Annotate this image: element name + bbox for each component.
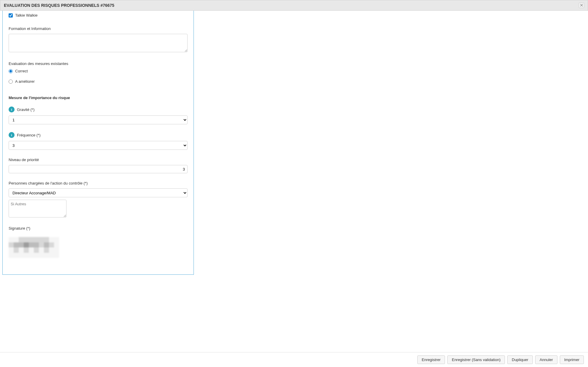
- radio-correct[interactable]: [9, 69, 13, 73]
- radio-ameliorer-label: A améliorer: [15, 79, 35, 84]
- frequence-select[interactable]: 3: [9, 141, 188, 150]
- eval-existing-label: Evaluation des mesures existantes: [9, 61, 188, 66]
- form-panel: Talkie Walkie Formation et Information E…: [2, 11, 194, 275]
- radio-correct-label: Correct: [15, 69, 28, 73]
- signature-image: [9, 237, 59, 258]
- personnes-select[interactable]: Directeur Acconage/MAD: [9, 188, 188, 197]
- niveau-block: Niveau de priorité: [9, 158, 188, 173]
- eval-existing-group: Evaluation des mesures existantes Correc…: [9, 61, 188, 84]
- talkie-walkie-row: Talkie Walkie: [9, 13, 188, 18]
- gravite-select[interactable]: 1: [9, 115, 188, 124]
- personnes-label: Personnes chargées de l'action du contrô…: [9, 181, 188, 185]
- signature-block: Signature (*): [9, 226, 188, 258]
- talkie-walkie-checkbox[interactable]: [9, 13, 13, 18]
- gravite-block: i Gravité (*) 1: [9, 107, 188, 124]
- close-icon[interactable]: ✕: [579, 3, 584, 8]
- frequence-label-row: i Fréquence (*): [9, 132, 188, 138]
- info-icon[interactable]: i: [9, 132, 15, 138]
- formation-info-textarea[interactable]: [9, 34, 188, 52]
- dialog-content: Talkie Walkie Formation et Information E…: [0, 11, 588, 275]
- frequence-block: i Fréquence (*) 3: [9, 132, 188, 150]
- formation-info-label: Formation et Information: [9, 26, 188, 31]
- signature-label: Signature (*): [9, 226, 188, 231]
- niveau-input[interactable]: [9, 165, 188, 173]
- mesure-heading: Mesure de l'importance du risque: [9, 96, 188, 100]
- frequence-label: Fréquence (*): [17, 133, 40, 137]
- dialog-header: EVALUATION DES RISQUES PROFESSIONNELS #7…: [0, 0, 588, 11]
- formation-info-group: Formation et Information: [9, 26, 188, 53]
- info-icon[interactable]: i: [9, 107, 15, 112]
- radio-ameliorer-row: A améliorer: [9, 79, 188, 84]
- gravite-label-row: i Gravité (*): [9, 107, 188, 112]
- si-autres-textarea[interactable]: [9, 200, 66, 217]
- gravite-label: Gravité (*): [17, 107, 34, 112]
- radio-correct-row: Correct: [9, 69, 188, 73]
- dialog-title: EVALUATION DES RISQUES PROFESSIONNELS #7…: [4, 3, 114, 8]
- personnes-block: Personnes chargées de l'action du contrô…: [9, 181, 188, 218]
- niveau-label: Niveau de priorité: [9, 158, 188, 162]
- talkie-walkie-label: Talkie Walkie: [15, 13, 37, 18]
- radio-ameliorer[interactable]: [9, 80, 13, 84]
